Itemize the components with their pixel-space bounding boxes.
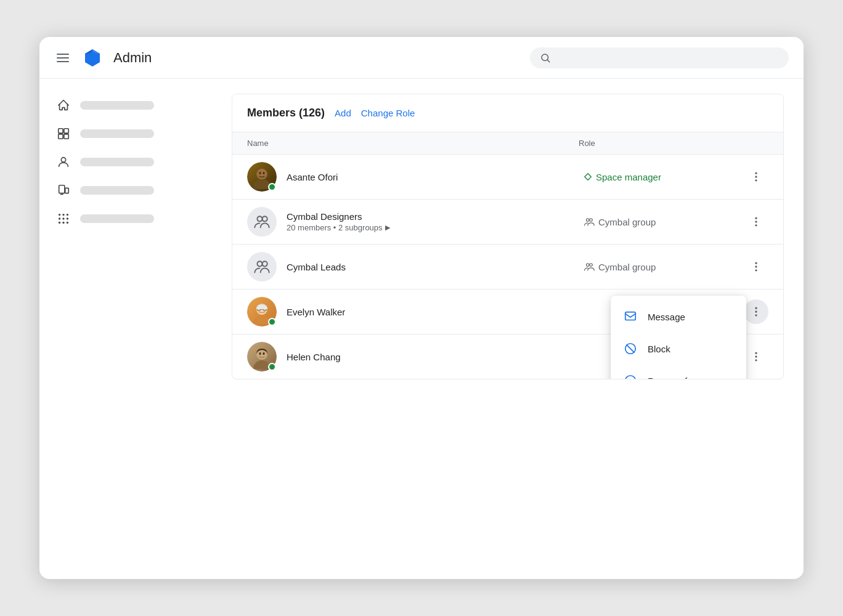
svg-point-51 [755,314,757,316]
hamburger-menu[interactable] [54,51,71,65]
sidebar-item-grid[interactable] [49,122,202,145]
sidebar-item-home[interactable] [49,94,202,117]
remove-icon [623,373,638,379]
more-button-evelyn[interactable] [744,299,768,324]
sidebar-item-device[interactable] [49,179,202,202]
online-indicator-asante [268,183,276,191]
svg-point-26 [263,172,265,174]
sidebar-label-device [80,186,154,195]
svg-point-39 [587,264,590,267]
avatar-cymbal-designers [247,207,277,237]
col-header-name: Name [247,139,579,148]
member-sub-cymbal-designers: 20 members • 2 subgroups ▶ [287,223,390,232]
context-menu-label-block: Block [648,344,670,354]
grid-icon [57,127,70,140]
context-menu-item-block[interactable]: Block [611,333,746,365]
col-header-actions [739,139,768,148]
svg-point-62 [755,355,757,357]
sidebar-item-apps[interactable] [49,207,202,230]
context-menu-label-remove: Remove from space [648,376,730,380]
role-label-cymbal-designers: Cymbal group [598,217,656,227]
svg-rect-10 [59,185,65,193]
role-label-asante: Space manager [596,172,661,182]
member-info-asante: Asante Ofori [247,162,584,192]
svg-point-16 [59,217,60,219]
svg-point-41 [755,262,757,264]
more-button-helen[interactable] [744,344,768,369]
svg-point-28 [755,176,757,177]
context-menu-item-message[interactable]: Message [611,301,746,333]
svg-rect-6 [64,129,68,133]
member-info-helen: Helen Chang [247,342,584,371]
more-button-asante[interactable] [744,164,768,189]
svg-point-15 [67,214,68,216]
app-logo [81,47,104,69]
svg-point-34 [755,217,757,219]
col-header-role: Role [579,139,739,148]
member-name-cymbal-designers: Cymbal Designers [287,211,390,222]
svg-rect-5 [59,129,63,133]
search-icon [540,52,551,63]
add-link[interactable]: Add [335,108,351,118]
content-area: Members (126) Add Change Role Name Role [212,79,804,579]
more-button-cymbal-designers[interactable] [744,209,768,234]
home-icon [57,99,70,112]
members-header: Members (126) Add Change Role [232,94,783,132]
avatar-evelyn [247,297,277,326]
context-menu-item-remove[interactable]: Remove from space [611,365,746,379]
svg-point-9 [61,158,65,162]
svg-point-18 [67,217,68,219]
member-name-evelyn: Evelyn Walker [287,307,345,317]
sidebar-label-grid [80,129,154,138]
svg-point-42 [755,265,757,267]
table-header: Name Role [232,132,783,155]
context-menu: Message Block [611,296,746,379]
message-icon [623,309,638,324]
app-title: Admin [113,50,152,66]
svg-point-50 [755,310,757,312]
svg-rect-8 [64,134,68,139]
svg-point-59 [259,352,261,355]
svg-point-33 [590,219,593,222]
member-info-cymbal-leads: Cymbal Leads [247,252,584,282]
svg-point-40 [590,264,593,267]
svg-point-20 [62,222,64,224]
svg-point-29 [755,179,757,181]
block-icon [623,341,638,356]
table-row: Asante Ofori Space manager [232,155,783,200]
svg-point-19 [59,222,60,224]
svg-point-55 [625,376,636,379]
svg-point-32 [587,219,590,222]
device-icon [57,184,70,197]
svg-point-27 [755,172,757,174]
role-cell-asante: Space manager [584,172,744,182]
svg-point-17 [62,217,64,219]
svg-point-35 [755,221,757,222]
context-menu-label-message: Message [648,312,685,322]
svg-rect-11 [65,188,69,193]
member-info-cymbal-designers: Cymbal Designers 20 members • 2 subgroup… [247,207,584,237]
svg-point-31 [263,216,267,221]
sidebar-label-person [80,158,154,166]
table-row: Cymbal Designers 20 members • 2 subgroup… [232,200,783,245]
sidebar-item-person[interactable] [49,150,202,174]
svg-point-21 [67,222,68,224]
search-input[interactable] [557,52,779,63]
svg-line-54 [627,345,634,352]
search-bar [530,47,789,68]
change-role-link[interactable]: Change Role [361,108,415,118]
svg-point-30 [257,216,262,221]
more-button-cymbal-leads[interactable] [744,254,768,279]
table-row: Evelyn Walker [232,290,783,334]
svg-line-4 [547,60,549,62]
svg-point-37 [257,261,262,266]
avatar-helen [247,342,277,371]
svg-point-63 [755,359,757,361]
members-card: Members (126) Add Change Role Name Role [232,94,784,379]
svg-point-36 [755,224,757,226]
person-icon [57,155,70,169]
online-indicator-helen [268,363,276,371]
online-indicator-evelyn [268,318,276,326]
svg-point-60 [263,352,265,355]
member-info-evelyn: Evelyn Walker [247,297,584,326]
